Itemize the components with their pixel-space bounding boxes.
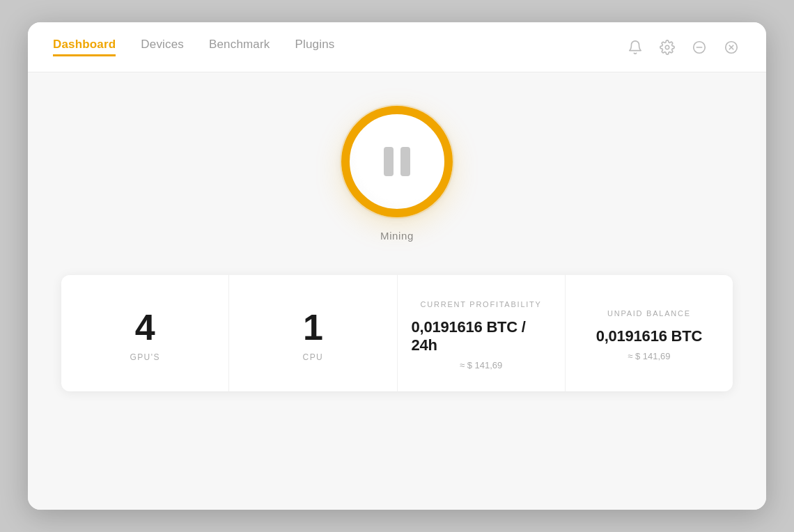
stat-card-balance: UNPAID BALANCE 0,0191616 BTC ≈ $ 141,69 bbox=[566, 275, 733, 391]
profitability-main-value: 0,0191616 BTC / 24h bbox=[412, 318, 551, 354]
stat-card-cpu: 1 CPU bbox=[229, 275, 397, 391]
profitability-section-label: CURRENT PROFITABILITY bbox=[421, 300, 542, 308]
gpus-label: GPU'S bbox=[130, 352, 160, 362]
main-content: Mining 4 GPU'S 1 CPU CURRENT PROFITABILI… bbox=[28, 72, 766, 510]
app-window: Dashboard Devices Benchmark Plugins bbox=[28, 22, 766, 510]
minimize-icon[interactable] bbox=[690, 38, 709, 57]
balance-section-label: UNPAID BALANCE bbox=[607, 309, 691, 318]
cpu-label: CPU bbox=[303, 352, 324, 362]
pause-icon bbox=[384, 147, 410, 176]
tab-devices[interactable]: Devices bbox=[141, 38, 184, 56]
pause-bar-left bbox=[384, 147, 394, 176]
tab-benchmark[interactable]: Benchmark bbox=[209, 38, 270, 56]
mining-toggle-button[interactable] bbox=[341, 106, 453, 217]
balance-sub-value: ≈ $ 141,69 bbox=[628, 351, 670, 361]
nav-actions bbox=[625, 38, 741, 57]
gpus-count: 4 bbox=[135, 309, 155, 345]
stat-card-gpus: 4 GPU'S bbox=[61, 275, 229, 391]
mining-button-wrap: Mining bbox=[341, 106, 453, 242]
bell-icon[interactable] bbox=[625, 38, 645, 57]
stat-card-profitability: CURRENT PROFITABILITY 0,0191616 BTC / 24… bbox=[398, 275, 566, 391]
nav-bar: Dashboard Devices Benchmark Plugins bbox=[28, 22, 766, 72]
pause-bar-right bbox=[400, 147, 410, 176]
cpu-count: 1 bbox=[303, 309, 323, 345]
tab-plugins[interactable]: Plugins bbox=[295, 38, 335, 56]
balance-main-value: 0,0191616 BTC bbox=[596, 327, 702, 345]
mining-status-label: Mining bbox=[380, 230, 414, 242]
nav-tabs: Dashboard Devices Benchmark Plugins bbox=[53, 38, 625, 56]
profitability-sub-value: ≈ $ 141,69 bbox=[460, 360, 502, 370]
tab-dashboard[interactable]: Dashboard bbox=[53, 38, 116, 56]
stats-row: 4 GPU'S 1 CPU CURRENT PROFITABILITY 0,01… bbox=[61, 275, 733, 391]
gear-icon[interactable] bbox=[657, 38, 677, 57]
svg-point-0 bbox=[665, 45, 669, 49]
close-icon[interactable] bbox=[722, 38, 741, 57]
